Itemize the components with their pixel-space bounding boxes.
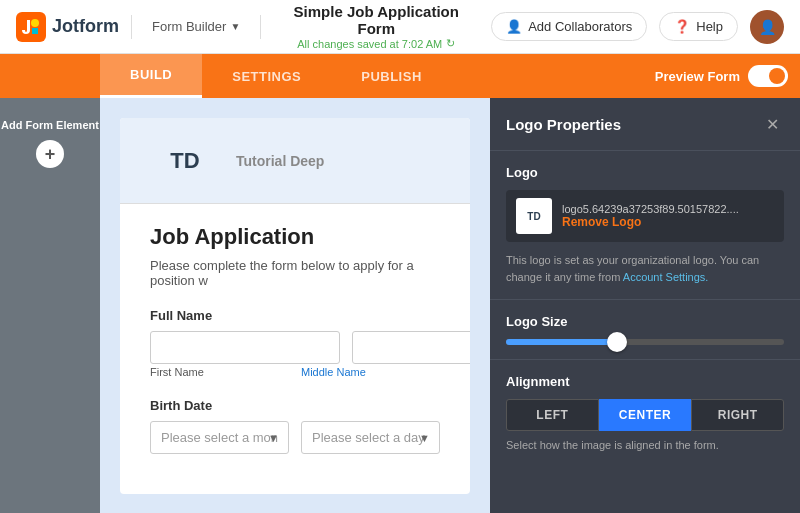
form-builder-label: Form Builder <box>152 19 226 34</box>
add-element-plus-icon[interactable]: + <box>36 140 64 168</box>
logo-filename: logo5.64239a37253f89.50157822.... <box>562 203 774 215</box>
tabs-container: BUILD SETTINGS PUBLISH <box>0 54 655 98</box>
help-icon: ❓ <box>674 19 690 34</box>
align-left-button[interactable]: LEFT <box>506 399 599 431</box>
add-element-label: Add Form Element <box>1 118 99 132</box>
tab-bar: BUILD SETTINGS PUBLISH Preview Form <box>0 54 800 98</box>
first-name-input[interactable] <box>150 331 340 364</box>
logo-thumb-initials: TD <box>527 211 540 222</box>
full-name-label: Full Name <box>150 308 440 323</box>
birth-date-field-group: Birth Date Please select a month ▼ Pleas… <box>150 398 440 454</box>
logo-size-slider-thumb[interactable] <box>607 332 627 352</box>
day-select-wrapper: Please select a day ▼ <box>301 421 440 454</box>
tab-settings-label: SETTINGS <box>232 69 301 84</box>
person-add-icon: 👤 <box>506 19 522 34</box>
form-card: TD Tutorial Deep Job Application Please … <box>120 118 470 494</box>
form-logo: TD <box>150 138 220 183</box>
tab-settings[interactable]: SETTINGS <box>202 54 331 98</box>
form-header: TD Tutorial Deep <box>120 118 470 204</box>
form-body: Job Application Please complete the form… <box>120 204 470 494</box>
chevron-down-icon: ▼ <box>230 21 240 32</box>
form-main-title: Job Application <box>150 224 440 250</box>
full-name-input-row <box>150 331 440 364</box>
middle-name-input[interactable] <box>352 331 470 364</box>
add-collaborators-button[interactable]: 👤 Add Collaborators <box>491 12 647 41</box>
form-canvas: TD Tutorial Deep Job Application Please … <box>100 98 490 513</box>
svg-point-1 <box>31 19 39 27</box>
add-form-element-button[interactable]: Add Form Element + <box>1 118 99 168</box>
logo-properties-panel: Logo Properties ✕ Logo TD logo5.64239a37… <box>490 98 800 513</box>
svg-rect-0 <box>16 12 46 42</box>
preview-form-toggle[interactable] <box>748 65 788 87</box>
logo-section: Logo TD logo5.64239a37253f89.50157822...… <box>490 151 800 300</box>
logo-info: logo5.64239a37253f89.50157822.... Remove… <box>562 203 774 229</box>
tab-build-label: BUILD <box>130 67 172 82</box>
logo-company-text: Tutorial Deep <box>236 153 324 169</box>
form-subtitle: Please complete the form below to apply … <box>150 258 440 288</box>
preview-form-area: Preview Form <box>655 65 800 87</box>
month-select[interactable]: Please select a month <box>150 421 289 454</box>
form-title-area: Simple Job Application Form All changes … <box>273 3 479 50</box>
alignment-label: Alignment <box>506 374 784 389</box>
align-right-button[interactable]: RIGHT <box>691 399 784 431</box>
logo-size-label: Logo Size <box>506 314 784 329</box>
avatar-initials: 👤 <box>759 19 776 35</box>
align-note: Select how the image is aligned in the f… <box>506 439 784 451</box>
logo-thumbnail: TD <box>516 198 552 234</box>
logo-initials: TD <box>170 148 199 174</box>
jotform-logo-text: Jotform <box>52 16 119 37</box>
middle-name-sublabel: Middle Name <box>301 364 440 378</box>
logo-section-label: Logo <box>506 165 784 180</box>
align-center-button[interactable]: CENTER <box>599 399 692 431</box>
birth-date-input-row: Please select a month ▼ Please select a … <box>150 421 440 454</box>
logo-note: This logo is set as your organizational … <box>506 252 784 285</box>
birth-date-label: Birth Date <box>150 398 440 413</box>
tab-publish[interactable]: PUBLISH <box>331 54 452 98</box>
alignment-section: Alignment LEFT CENTER RIGHT Select how t… <box>490 360 800 465</box>
account-settings-link[interactable]: Account Settings. <box>623 271 709 283</box>
logo-size-section: Logo Size <box>490 300 800 360</box>
saved-status: All changes saved at 7:02 AM ↻ <box>273 37 479 50</box>
form-builder-button[interactable]: Form Builder ▼ <box>144 15 248 38</box>
logo-size-slider-track <box>506 339 784 345</box>
panel-header: Logo Properties ✕ <box>490 98 800 151</box>
logo-area: Jotform <box>16 12 119 42</box>
month-select-wrapper: Please select a month ▼ <box>150 421 289 454</box>
saved-status-text: All changes saved at 7:02 AM <box>297 38 442 50</box>
main-area: Add Form Element + TD Tutorial Deep Job … <box>0 98 800 513</box>
alignment-buttons: LEFT CENTER RIGHT <box>506 399 784 431</box>
tab-publish-label: PUBLISH <box>361 69 422 84</box>
jotform-logo-icon <box>16 12 46 42</box>
user-avatar[interactable]: 👤 <box>750 10 784 44</box>
refresh-icon: ↻ <box>446 37 455 50</box>
tab-build[interactable]: BUILD <box>100 54 202 98</box>
name-sub-labels: First Name Middle Name <box>150 364 440 378</box>
form-title: Simple Job Application Form <box>273 3 479 37</box>
help-label: Help <box>696 19 723 34</box>
navbar: Jotform Form Builder ▼ Simple Job Applic… <box>0 0 800 54</box>
nav-divider-1 <box>131 15 132 39</box>
logo-upload-row: TD logo5.64239a37253f89.50157822.... Rem… <box>506 190 784 242</box>
day-select[interactable]: Please select a day <box>301 421 440 454</box>
add-collaborators-label: Add Collaborators <box>528 19 632 34</box>
panel-title: Logo Properties <box>506 116 621 133</box>
preview-form-label: Preview Form <box>655 69 740 84</box>
first-name-sublabel: First Name <box>150 364 289 378</box>
close-panel-button[interactable]: ✕ <box>760 112 784 136</box>
logo-size-slider-fill <box>506 339 617 345</box>
nav-divider-2 <box>260 15 261 39</box>
remove-logo-button[interactable]: Remove Logo <box>562 215 774 229</box>
help-button[interactable]: ❓ Help <box>659 12 738 41</box>
full-name-field-group: Full Name First Name Middle Name <box>150 308 440 378</box>
left-sidebar: Add Form Element + <box>0 98 100 513</box>
